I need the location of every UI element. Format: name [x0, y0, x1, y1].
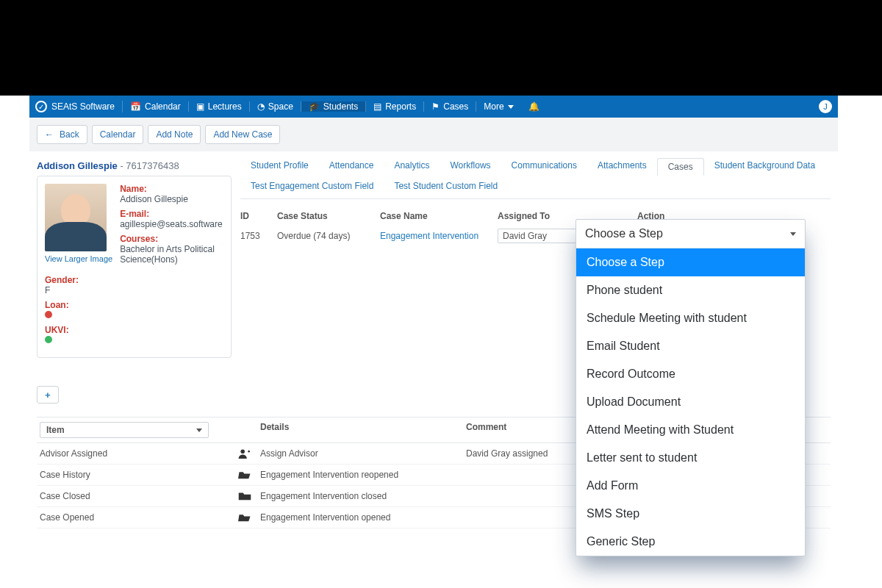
- action-option[interactable]: Record Outcome: [576, 360, 805, 388]
- courses-label: Courses:: [120, 234, 223, 244]
- action-option[interactable]: Upload Document: [576, 388, 805, 416]
- action-step-dropdown: Choose a Step Choose a Step Phone studen…: [576, 219, 806, 556]
- folder-open-icon: [238, 512, 260, 523]
- brand[interactable]: ✓ SEAtS Software: [35, 101, 123, 112]
- chevron-down-icon: [790, 232, 796, 236]
- nav-more[interactable]: More: [476, 101, 520, 112]
- tab-attendance[interactable]: Attendance: [319, 157, 384, 175]
- action-option[interactable]: Attend Meeting with Student: [576, 416, 805, 444]
- case-id: 1753: [240, 231, 277, 241]
- name-label: Name:: [120, 184, 223, 194]
- bell-icon: 🔔: [528, 101, 539, 112]
- col-name: Case Name: [380, 211, 498, 221]
- courses-value: Bachelor in Arts Political Science(Hons): [120, 244, 223, 265]
- add-new-case-button[interactable]: Add New Case: [205, 125, 280, 144]
- nav-label: Lectures: [208, 101, 242, 112]
- profile-panel: Addison Gillespie - 7617376438 View Larg…: [37, 157, 232, 404]
- action-option[interactable]: Phone student: [576, 276, 805, 304]
- add-note-button[interactable]: Add Note: [148, 125, 201, 144]
- nav-space[interactable]: ◔ Space: [250, 101, 301, 112]
- nav-label: Reports: [385, 101, 416, 112]
- nav-label: Students: [323, 101, 358, 112]
- reports-icon: ▤: [373, 101, 381, 112]
- row-details: Assign Advisor: [260, 448, 466, 459]
- calendar-icon: 📅: [130, 101, 141, 112]
- nav-lectures[interactable]: ▣ Lectures: [189, 101, 250, 112]
- loan-label: Loan:: [45, 300, 223, 310]
- ukvi-status-dot: [45, 336, 52, 343]
- cases-icon: ⚑: [431, 101, 440, 112]
- col-details: Details: [260, 422, 466, 438]
- profile-heading: Addison Gillespie - 7617376438: [37, 157, 232, 176]
- tab-attachments[interactable]: Attachments: [587, 157, 657, 175]
- tab-communications[interactable]: Communications: [501, 157, 587, 175]
- svg-point-0: [240, 449, 245, 453]
- profile-name: Addison Gillespie: [37, 160, 118, 171]
- student-photo: [45, 184, 107, 251]
- top-nav: ✓ SEAtS Software 📅 Calendar ▣ Lectures ◔…: [29, 96, 838, 118]
- user-plus-icon: [238, 448, 260, 459]
- lectures-icon: ▣: [196, 101, 204, 112]
- action-option[interactable]: Letter sent to student: [576, 444, 805, 472]
- row-item: Case Opened: [40, 512, 238, 523]
- user-avatar[interactable]: J: [819, 100, 832, 113]
- action-option[interactable]: Add Form: [576, 472, 805, 500]
- item-filter-label: Item: [46, 425, 65, 435]
- tab-background-data[interactable]: Student Background Data: [704, 157, 825, 175]
- tab-analytics[interactable]: Analytics: [384, 157, 440, 175]
- action-option[interactable]: Schedule Meeting with student: [576, 304, 805, 332]
- view-larger-image-link[interactable]: View Larger Image: [45, 254, 112, 263]
- students-icon: 🎓: [309, 101, 320, 112]
- back-button[interactable]: Back: [37, 125, 87, 144]
- nav-cases[interactable]: ⚑ Cases: [424, 101, 476, 112]
- email-value: agillespie@seats.software: [120, 219, 223, 229]
- action-toolbar: Back Calendar Add Note Add New Case: [29, 118, 838, 151]
- item-filter-select[interactable]: Item: [40, 422, 209, 438]
- nav-label: Space: [268, 101, 293, 112]
- row-item: Case Closed: [40, 491, 238, 501]
- calendar-button[interactable]: Calendar: [92, 125, 144, 144]
- gender-value: F: [45, 285, 223, 295]
- row-item: Advisor Assigned: [40, 448, 238, 459]
- nav-students[interactable]: 🎓 Students: [301, 101, 366, 112]
- assigned-to-value: David Gray: [503, 231, 547, 241]
- row-details: Engagement Intervention closed: [260, 491, 466, 501]
- nav-reports[interactable]: ▤ Reports: [366, 101, 424, 112]
- nav-label: Calendar: [145, 101, 181, 112]
- tab-student-profile[interactable]: Student Profile: [240, 157, 319, 175]
- brand-icon: ✓: [35, 101, 47, 112]
- ukvi-label: UKVI:: [45, 325, 223, 335]
- tab-test-engagement[interactable]: Test Engagement Custom Field: [240, 178, 384, 194]
- action-option[interactable]: Choose a Step: [576, 248, 805, 276]
- row-details: Engagement Intervention reopened: [260, 470, 466, 480]
- row-item: Case History: [40, 470, 238, 480]
- nav-calendar[interactable]: 📅 Calendar: [123, 101, 189, 112]
- folder-closed-icon: [238, 491, 260, 501]
- profile-card: View Larger Image Name:Addison Gillespie…: [37, 176, 232, 358]
- tab-test-student[interactable]: Test Student Custom Field: [384, 178, 508, 194]
- name-value: Addison Gillespie: [120, 194, 223, 204]
- action-step-options: Choose a Step Phone student Schedule Mee…: [576, 248, 805, 556]
- chevron-down-icon: [196, 429, 202, 432]
- action-option[interactable]: Email Student: [576, 332, 805, 360]
- case-name-link[interactable]: Engagement Intervention: [380, 231, 498, 241]
- add-button[interactable]: +: [37, 386, 59, 404]
- action-option[interactable]: SMS Step: [576, 500, 805, 528]
- space-icon: ◔: [257, 101, 265, 112]
- action-step-select[interactable]: Choose a Step: [576, 220, 805, 248]
- tab-workflows[interactable]: Workflows: [440, 157, 501, 175]
- email-label: E-mail:: [120, 209, 223, 219]
- tab-bar: Student Profile Attendance Analytics Wor…: [240, 157, 831, 199]
- notifications-button[interactable]: 🔔: [521, 101, 547, 112]
- col-status: Case Status: [277, 211, 380, 221]
- action-option[interactable]: Generic Step: [576, 528, 805, 556]
- case-status: Overdue (74 days): [277, 231, 380, 241]
- black-border-region: [0, 0, 882, 96]
- brand-name: SEAtS Software: [51, 101, 115, 112]
- row-details: Engagement Intervention opened: [260, 512, 466, 523]
- nav-label: Cases: [443, 101, 468, 112]
- profile-id: - 7617376438: [118, 160, 179, 171]
- tab-cases[interactable]: Cases: [657, 158, 704, 176]
- action-step-selected: Choose a Step: [585, 227, 663, 240]
- nav-label: More: [484, 101, 503, 112]
